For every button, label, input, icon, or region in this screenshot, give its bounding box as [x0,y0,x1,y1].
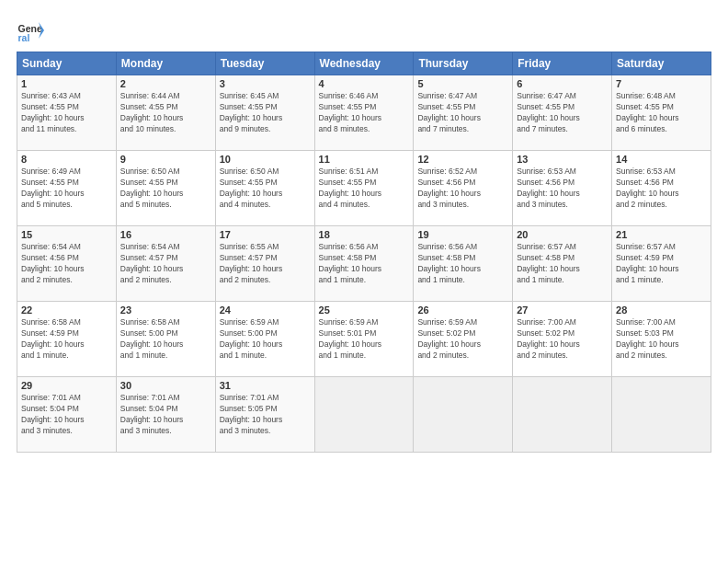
logo: Gene ral [17,17,46,44]
day-number: 16 [120,229,211,240]
week-row-2: 8Sunrise: 6:49 AM Sunset: 4:55 PM Daylig… [17,151,711,226]
day-cell: 26Sunrise: 6:59 AM Sunset: 5:02 PM Dayli… [414,302,513,377]
day-info: Sunrise: 6:48 AM Sunset: 4:55 PM Dayligh… [616,91,707,135]
day-cell: 20Sunrise: 6:57 AM Sunset: 4:58 PM Dayli… [513,226,612,302]
day-info: Sunrise: 6:53 AM Sunset: 4:56 PM Dayligh… [616,167,707,211]
day-number: 25 [319,304,410,316]
day-number: 31 [220,380,311,391]
day-cell: 2Sunrise: 6:44 AM Sunset: 4:55 PM Daylig… [116,75,215,151]
day-number: 1 [21,78,112,89]
day-number: 2 [120,78,211,89]
day-number: 23 [120,304,211,316]
day-cell: 13Sunrise: 6:53 AM Sunset: 4:56 PM Dayli… [513,151,612,226]
header-cell-tuesday: Tuesday [215,52,314,75]
day-info: Sunrise: 6:56 AM Sunset: 4:58 PM Dayligh… [417,242,508,286]
day-number: 17 [220,229,311,240]
day-number: 26 [417,304,508,316]
day-cell: 4Sunrise: 6:46 AM Sunset: 4:55 PM Daylig… [314,75,414,151]
day-cell: 1Sunrise: 6:43 AM Sunset: 4:55 PM Daylig… [17,75,117,151]
calendar-header: SundayMondayTuesdayWednesdayThursdayFrid… [17,52,711,75]
header-row: SundayMondayTuesdayWednesdayThursdayFrid… [17,52,711,75]
day-info: Sunrise: 6:59 AM Sunset: 5:02 PM Dayligh… [417,317,508,362]
header-cell-wednesday: Wednesday [314,52,414,75]
week-row-3: 15Sunrise: 6:54 AM Sunset: 4:56 PM Dayli… [17,226,711,302]
day-cell: 10Sunrise: 6:50 AM Sunset: 4:55 PM Dayli… [215,151,314,226]
day-number: 10 [220,154,311,165]
day-cell: 15Sunrise: 6:54 AM Sunset: 4:56 PM Dayli… [17,226,117,302]
calendar-page: Gene ral SundayMondayTuesdayWednesdayThu… [0,0,728,563]
day-number: 20 [517,229,608,240]
svg-text:ral: ral [18,32,30,43]
day-cell: 7Sunrise: 6:48 AM Sunset: 4:55 PM Daylig… [612,75,711,151]
day-info: Sunrise: 6:50 AM Sunset: 4:55 PM Dayligh… [220,167,311,211]
week-row-4: 22Sunrise: 6:58 AM Sunset: 4:59 PM Dayli… [17,302,711,377]
day-cell: 25Sunrise: 6:59 AM Sunset: 5:01 PM Dayli… [314,302,414,377]
day-cell: 24Sunrise: 6:59 AM Sunset: 5:00 PM Dayli… [215,302,314,377]
header-cell-friday: Friday [513,52,612,75]
day-info: Sunrise: 6:50 AM Sunset: 4:55 PM Dayligh… [120,167,211,211]
day-number: 19 [417,229,508,240]
day-info: Sunrise: 6:59 AM Sunset: 5:00 PM Dayligh… [220,317,311,362]
day-number: 9 [120,154,211,165]
day-number: 18 [319,229,410,240]
header-cell-sunday: Sunday [17,52,117,75]
day-number: 22 [21,304,112,316]
day-info: Sunrise: 6:47 AM Sunset: 4:55 PM Dayligh… [517,91,608,135]
day-info: Sunrise: 6:51 AM Sunset: 4:55 PM Dayligh… [319,167,410,211]
day-info: Sunrise: 6:43 AM Sunset: 4:55 PM Dayligh… [21,91,112,135]
day-info: Sunrise: 6:52 AM Sunset: 4:56 PM Dayligh… [417,167,508,211]
day-cell: 30Sunrise: 7:01 AM Sunset: 5:04 PM Dayli… [116,377,215,453]
week-row-1: 1Sunrise: 6:43 AM Sunset: 4:55 PM Daylig… [17,75,711,151]
header: Gene ral [17,17,711,44]
day-cell: 31Sunrise: 7:01 AM Sunset: 5:05 PM Dayli… [215,377,314,453]
day-number: 7 [616,78,707,89]
day-number: 15 [21,229,112,240]
day-cell: 3Sunrise: 6:45 AM Sunset: 4:55 PM Daylig… [215,75,314,151]
day-cell: 21Sunrise: 6:57 AM Sunset: 4:59 PM Dayli… [612,226,711,302]
header-cell-saturday: Saturday [612,52,711,75]
day-number: 4 [319,78,410,89]
day-number: 28 [616,304,707,316]
day-cell: 22Sunrise: 6:58 AM Sunset: 4:59 PM Dayli… [17,302,117,377]
day-info: Sunrise: 6:57 AM Sunset: 4:59 PM Dayligh… [616,242,707,286]
day-info: Sunrise: 7:01 AM Sunset: 5:04 PM Dayligh… [120,393,211,437]
day-info: Sunrise: 7:01 AM Sunset: 5:04 PM Dayligh… [21,393,112,437]
day-info: Sunrise: 6:54 AM Sunset: 4:57 PM Dayligh… [120,242,211,286]
calendar-table: SundayMondayTuesdayWednesdayThursdayFrid… [17,52,711,453]
logo-icon: Gene ral [17,17,44,44]
day-number: 30 [120,380,211,391]
day-info: Sunrise: 6:54 AM Sunset: 4:56 PM Dayligh… [21,242,112,286]
day-cell: 27Sunrise: 7:00 AM Sunset: 5:02 PM Dayli… [513,302,612,377]
header-cell-thursday: Thursday [414,52,513,75]
day-cell [314,377,414,453]
day-cell: 11Sunrise: 6:51 AM Sunset: 4:55 PM Dayli… [314,151,414,226]
day-cell [414,377,513,453]
day-info: Sunrise: 6:55 AM Sunset: 4:57 PM Dayligh… [220,242,311,286]
day-cell: 19Sunrise: 6:56 AM Sunset: 4:58 PM Dayli… [414,226,513,302]
header-cell-monday: Monday [116,52,215,75]
day-cell: 14Sunrise: 6:53 AM Sunset: 4:56 PM Dayli… [612,151,711,226]
day-number: 14 [616,154,707,165]
day-number: 21 [616,229,707,240]
day-cell: 17Sunrise: 6:55 AM Sunset: 4:57 PM Dayli… [215,226,314,302]
day-info: Sunrise: 6:58 AM Sunset: 4:59 PM Dayligh… [21,317,112,362]
day-number: 11 [319,154,410,165]
day-number: 29 [21,380,112,391]
day-info: Sunrise: 7:00 AM Sunset: 5:02 PM Dayligh… [517,317,608,362]
day-number: 13 [517,154,608,165]
day-cell: 29Sunrise: 7:01 AM Sunset: 5:04 PM Dayli… [17,377,117,453]
day-info: Sunrise: 6:58 AM Sunset: 5:00 PM Dayligh… [120,317,211,362]
day-number: 27 [517,304,608,316]
day-info: Sunrise: 7:01 AM Sunset: 5:05 PM Dayligh… [220,393,311,437]
day-info: Sunrise: 6:53 AM Sunset: 4:56 PM Dayligh… [517,167,608,211]
day-info: Sunrise: 6:59 AM Sunset: 5:01 PM Dayligh… [319,317,410,362]
day-cell: 18Sunrise: 6:56 AM Sunset: 4:58 PM Dayli… [314,226,414,302]
day-cell [612,377,711,453]
day-cell: 12Sunrise: 6:52 AM Sunset: 4:56 PM Dayli… [414,151,513,226]
day-info: Sunrise: 6:44 AM Sunset: 4:55 PM Dayligh… [120,91,211,135]
day-info: Sunrise: 7:00 AM Sunset: 5:03 PM Dayligh… [616,317,707,362]
day-cell: 28Sunrise: 7:00 AM Sunset: 5:03 PM Dayli… [612,302,711,377]
day-info: Sunrise: 6:57 AM Sunset: 4:58 PM Dayligh… [517,242,608,286]
day-cell: 6Sunrise: 6:47 AM Sunset: 4:55 PM Daylig… [513,75,612,151]
day-cell: 8Sunrise: 6:49 AM Sunset: 4:55 PM Daylig… [17,151,117,226]
